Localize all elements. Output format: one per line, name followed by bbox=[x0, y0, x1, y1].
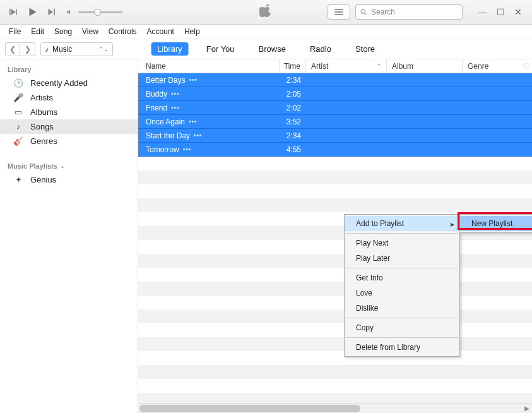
svg-line-4 bbox=[365, 13, 367, 15]
empty-row bbox=[138, 184, 532, 198]
apple-logo bbox=[259, 3, 273, 21]
scrollbar-thumb[interactable] bbox=[139, 405, 360, 412]
nav-history: ❮ ❯ bbox=[5, 42, 35, 56]
menu-help[interactable]: Help bbox=[179, 26, 205, 37]
empty-row bbox=[138, 296, 532, 309]
sidebar-item-albums[interactable]: ▭Albums bbox=[0, 105, 138, 119]
empty-row bbox=[138, 365, 532, 379]
sidebar-item-label: Recently Added bbox=[30, 78, 88, 88]
more-icon[interactable]: ••• bbox=[189, 118, 198, 125]
volume-icon bbox=[66, 8, 74, 16]
play-button[interactable] bbox=[24, 4, 40, 20]
minimize-button[interactable]: — bbox=[474, 6, 492, 18]
tab-store[interactable]: Store bbox=[349, 42, 381, 56]
previous-button[interactable] bbox=[5, 4, 21, 20]
col-genre[interactable]: Genre bbox=[463, 59, 519, 73]
svg-point-3 bbox=[361, 9, 365, 14]
menu-account[interactable]: Account bbox=[142, 26, 179, 37]
main-area: Name Time Artist⌃ Album Genre ♡ Better D… bbox=[138, 59, 532, 413]
playback-controls bbox=[5, 4, 59, 20]
menu-file[interactable]: File bbox=[4, 26, 26, 37]
col-loved[interactable]: ♡ bbox=[519, 62, 532, 71]
more-icon[interactable]: ••• bbox=[171, 104, 180, 111]
guitar-icon: 🎸 bbox=[13, 136, 24, 146]
more-icon[interactable]: ••• bbox=[189, 76, 198, 83]
separator bbox=[346, 233, 458, 234]
note-icon: ♪ bbox=[13, 122, 24, 131]
submenu-arrow-icon: ▸ bbox=[451, 220, 454, 229]
empty-row bbox=[138, 198, 532, 212]
sidebar-item-genres[interactable]: 🎸Genres bbox=[0, 134, 138, 148]
ctx-get-info[interactable]: Get Info bbox=[345, 270, 459, 285]
back-button[interactable]: ❮ bbox=[5, 42, 20, 56]
forward-button[interactable]: ❯ bbox=[20, 42, 35, 56]
menu-controls[interactable]: Controls bbox=[103, 26, 142, 37]
sidebar-item-artists[interactable]: 🎤Artists bbox=[0, 90, 138, 105]
ctx-dislike[interactable]: Dislike bbox=[345, 301, 459, 316]
empty-row bbox=[138, 268, 532, 282]
tab-for-you[interactable]: For You bbox=[200, 42, 241, 56]
more-icon[interactable]: ••• bbox=[194, 132, 203, 139]
nav-tabs: Library For You Browse Radio Store bbox=[151, 42, 381, 56]
table-row[interactable]: Tomorrow•••4:55 bbox=[138, 143, 532, 157]
col-name[interactable]: Name bbox=[138, 59, 280, 73]
ctx-love[interactable]: Love bbox=[345, 285, 459, 301]
column-headers: Name Time Artist⌃ Album Genre ♡ bbox=[138, 59, 532, 73]
separator bbox=[346, 337, 458, 338]
empty-row bbox=[138, 254, 532, 268]
col-album[interactable]: Album bbox=[387, 59, 463, 73]
maximize-button[interactable]: ☐ bbox=[492, 6, 509, 18]
ctx-add-to-playlist[interactable]: Add to Playlist▸ bbox=[345, 216, 459, 231]
sidebar-library-header: Library bbox=[0, 63, 138, 76]
empty-row bbox=[138, 379, 532, 393]
table-row[interactable]: Start the Day•••2:34 bbox=[138, 129, 532, 143]
volume-control[interactable] bbox=[66, 8, 122, 16]
col-time[interactable]: Time bbox=[280, 59, 306, 73]
song-rows: Better Days•••2:34 Buddy•••2:05 Friend••… bbox=[138, 73, 532, 413]
tab-browse[interactable]: Browse bbox=[252, 42, 292, 56]
volume-slider[interactable] bbox=[78, 11, 122, 13]
submenu-new-playlist[interactable]: New Playlist bbox=[460, 216, 532, 231]
list-view-button[interactable] bbox=[328, 4, 350, 20]
ctx-delete[interactable]: Delete from Library bbox=[345, 340, 459, 355]
genius-icon: ✦ bbox=[13, 175, 24, 184]
music-note-icon: ♪ bbox=[45, 45, 49, 54]
scroll-right-button[interactable]: ▶ bbox=[522, 404, 532, 413]
sidebar-item-recently-added[interactable]: 🕑Recently Added bbox=[0, 76, 138, 90]
chevron-updown-icon: ⌃⌄ bbox=[98, 46, 109, 52]
sidebar-playlists-header[interactable]: Music Playlists⌄ bbox=[0, 160, 138, 172]
sidebar-item-label: Artists bbox=[30, 93, 53, 102]
sidebar-item-label: Genius bbox=[30, 175, 56, 184]
table-row[interactable]: Buddy•••2:05 bbox=[138, 87, 532, 101]
next-button[interactable] bbox=[43, 4, 59, 20]
chevron-down-icon: ⌄ bbox=[60, 163, 65, 169]
menu-edit[interactable]: Edit bbox=[26, 26, 49, 37]
media-type-selector[interactable]: ♪ Music ⌃⌄ bbox=[40, 42, 113, 56]
close-button[interactable]: ✕ bbox=[509, 6, 527, 18]
tab-library[interactable]: Library bbox=[151, 42, 189, 56]
search-placeholder: Search bbox=[371, 8, 395, 16]
sidebar-item-genius[interactable]: ✦Genius bbox=[0, 172, 138, 187]
navbar: ❮ ❯ ♪ Music ⌃⌄ Library For You Browse Ra… bbox=[0, 39, 532, 59]
table-row[interactable]: Better Days•••2:34 bbox=[138, 73, 532, 87]
sidebar-item-songs[interactable]: ♪Songs bbox=[0, 119, 138, 134]
window-controls: — ☐ ✕ bbox=[474, 6, 527, 18]
ctx-play-later[interactable]: Play Later bbox=[345, 251, 459, 266]
more-icon[interactable]: ••• bbox=[171, 90, 180, 97]
separator bbox=[346, 318, 458, 318]
tab-radio[interactable]: Radio bbox=[304, 42, 338, 56]
ctx-copy[interactable]: Copy bbox=[345, 320, 459, 335]
more-icon[interactable]: ••• bbox=[183, 146, 192, 153]
menu-song[interactable]: Song bbox=[49, 26, 77, 37]
search-input[interactable]: Search bbox=[355, 4, 463, 20]
sort-asc-icon: ⌃ bbox=[377, 63, 381, 69]
sidebar: Library 🕑Recently Added 🎤Artists ▭Albums… bbox=[0, 59, 138, 413]
empty-row bbox=[138, 351, 532, 365]
table-row[interactable]: Friend•••2:02 bbox=[138, 101, 532, 115]
col-artist[interactable]: Artist⌃ bbox=[306, 59, 387, 73]
mic-icon: 🎤 bbox=[13, 93, 24, 102]
horizontal-scrollbar[interactable]: ▶ bbox=[138, 403, 532, 413]
menu-view[interactable]: View bbox=[77, 26, 103, 37]
table-row[interactable]: Once Again•••3:52 bbox=[138, 115, 532, 129]
ctx-play-next[interactable]: Play Next bbox=[345, 236, 459, 251]
